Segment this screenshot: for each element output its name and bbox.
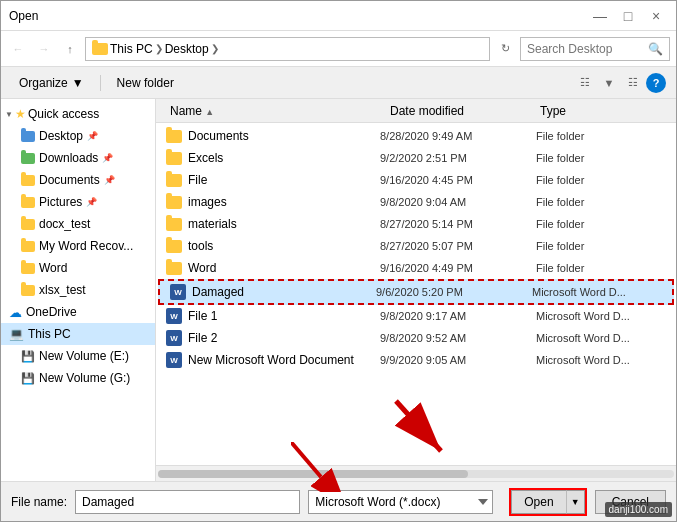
view-dropdown-button[interactable]: ▼ <box>598 72 620 94</box>
sidebar-item-docx-test[interactable]: docx_test <box>1 213 155 235</box>
open-button-group: Open ▼ <box>509 488 586 516</box>
folder-icon <box>166 262 182 275</box>
up-button[interactable]: ↑ <box>59 38 81 60</box>
table-row[interactable]: W New Microsoft Word Document 9/9/2020 9… <box>156 349 676 371</box>
forward-button[interactable]: → <box>33 38 55 60</box>
table-row[interactable]: Documents 8/28/2020 9:49 AM File folder <box>156 125 676 147</box>
xlsx-icon <box>21 285 35 296</box>
open-dialog: Open — □ × ← → ↑ This PC ❯ Desktop ❯ ↻ 🔍 <box>0 0 677 522</box>
sidebar-item-volume-e[interactable]: 💾 New Volume (E:) <box>1 345 155 367</box>
organize-button[interactable]: Organize ▼ <box>11 72 92 94</box>
view-options: ☷ ▼ ☷ ? <box>574 72 666 94</box>
watermark: danji100.com <box>605 502 672 517</box>
search-icon: 🔍 <box>648 42 663 56</box>
folder-icon <box>166 240 182 253</box>
word-doc-icon: W <box>170 284 186 300</box>
pin-icon-3: 📌 <box>104 175 115 185</box>
sidebar-item-thispc[interactable]: 💻 This PC <box>1 323 155 345</box>
onedrive-icon: ☁ <box>9 305 22 320</box>
address-path[interactable]: This PC ❯ Desktop ❯ <box>85 37 490 61</box>
my-word-icon <box>21 241 35 252</box>
table-row[interactable]: tools 8/27/2020 5:07 PM File folder <box>156 235 676 257</box>
quick-access-icon: ★ <box>15 107 26 121</box>
table-row[interactable]: File 9/16/2020 4:45 PM File folder <box>156 169 676 191</box>
drive-g-icon: 💾 <box>21 372 35 385</box>
sidebar-item-pictures[interactable]: Pictures 📌 <box>1 191 155 213</box>
search-box[interactable]: 🔍 <box>520 37 670 61</box>
dialog-title: Open <box>9 9 38 23</box>
pin-icon-2: 📌 <box>102 153 113 163</box>
horizontal-scrollbar[interactable] <box>156 465 676 481</box>
downloads-icon <box>21 153 35 164</box>
table-row[interactable]: Excels 9/2/2020 2:51 PM File folder <box>156 147 676 169</box>
word-doc-icon: W <box>166 352 182 368</box>
desktop-segment: Desktop ❯ <box>165 42 219 56</box>
main-content: ▼ ★ Quick access Desktop 📌 Downloads 📌 D… <box>1 99 676 481</box>
sidebar-item-onedrive[interactable]: ☁ OneDrive <box>1 301 155 323</box>
desktop-icon <box>21 131 35 142</box>
folder-icon <box>166 152 182 165</box>
sidebar-item-documents[interactable]: Documents 📌 <box>1 169 155 191</box>
thispc-segment: This PC ❯ <box>110 42 163 56</box>
search-input[interactable] <box>527 42 644 56</box>
folder-icon <box>166 196 182 209</box>
scrollbar-thumb[interactable] <box>158 470 468 478</box>
word-doc-icon: W <box>166 330 182 346</box>
folder-icon <box>166 218 182 231</box>
back-button[interactable]: ← <box>7 38 29 60</box>
word-folder-icon <box>21 263 35 274</box>
word-doc-icon: W <box>166 308 182 324</box>
refresh-button[interactable]: ↻ <box>494 38 516 60</box>
help-button[interactable]: ? <box>646 73 666 93</box>
bottom-bar: File name: Microsoft Word (*.docx) Open … <box>1 481 676 521</box>
col-name-header[interactable]: Name ▲ <box>166 104 386 118</box>
window-controls: — □ × <box>588 6 668 26</box>
minimize-button[interactable]: — <box>588 6 612 26</box>
filename-input[interactable] <box>75 490 300 514</box>
pin-icon-4: 📌 <box>86 197 97 207</box>
folder-icon <box>166 130 182 143</box>
sidebar-item-volume-g[interactable]: 💾 New Volume (G:) <box>1 367 155 389</box>
documents-icon <box>21 175 35 186</box>
table-row[interactable]: Word 9/16/2020 4:49 PM File folder <box>156 257 676 279</box>
open-button[interactable]: Open <box>511 490 566 514</box>
table-row[interactable]: W File 2 9/8/2020 9:52 AM Microsoft Word… <box>156 327 676 349</box>
table-row[interactable]: materials 8/27/2020 5:14 PM File folder <box>156 213 676 235</box>
close-button[interactable]: × <box>644 6 668 26</box>
pictures-icon <box>21 197 35 208</box>
damaged-file-row[interactable]: W Damaged 9/6/2020 5:20 PM Microsoft Wor… <box>160 281 672 303</box>
view-toggle-button[interactable]: ☷ <box>574 72 596 94</box>
address-bar: ← → ↑ This PC ❯ Desktop ❯ ↻ 🔍 <box>1 31 676 67</box>
table-row[interactable]: W File 1 9/8/2020 9:17 AM Microsoft Word… <box>156 305 676 327</box>
sidebar-item-word[interactable]: Word <box>1 257 155 279</box>
quick-access-arrow: ▼ <box>5 110 13 119</box>
sidebar-item-desktop[interactable]: Desktop 📌 <box>1 125 155 147</box>
open-dropdown-button[interactable]: ▼ <box>567 490 585 514</box>
col-date-header[interactable]: Date modified <box>386 104 536 118</box>
toolbar: Organize ▼ New folder ☷ ▼ ☷ ? <box>1 67 676 99</box>
thispc-icon: 💻 <box>9 327 24 341</box>
pin-icon: 📌 <box>87 131 98 141</box>
file-area: Name ▲ Date modified Type Documents 8/28… <box>156 99 676 481</box>
maximize-button[interactable]: □ <box>616 6 640 26</box>
col-type-header[interactable]: Type <box>536 104 666 118</box>
sidebar-item-xlsx[interactable]: xlsx_test <box>1 279 155 301</box>
organize-dropdown-icon: ▼ <box>72 76 84 90</box>
file-list: Documents 8/28/2020 9:49 AM File folder … <box>156 123 676 465</box>
folder-icon <box>166 174 182 187</box>
thispc-path-icon <box>92 43 108 55</box>
sidebar-item-my-word[interactable]: My Word Recov... <box>1 235 155 257</box>
filetype-select[interactable]: Microsoft Word (*.docx) <box>308 490 493 514</box>
toolbar-separator <box>100 75 101 91</box>
sidebar-quick-access[interactable]: ▼ ★ Quick access <box>1 103 155 125</box>
table-row[interactable]: images 9/8/2020 9:04 AM File folder <box>156 191 676 213</box>
title-bar: Open — □ × <box>1 1 676 31</box>
sidebar: ▼ ★ Quick access Desktop 📌 Downloads 📌 D… <box>1 99 156 481</box>
sidebar-item-downloads[interactable]: Downloads 📌 <box>1 147 155 169</box>
drive-e-icon: 💾 <box>21 350 35 363</box>
scrollbar-track[interactable] <box>158 470 674 478</box>
new-folder-button[interactable]: New folder <box>109 72 182 94</box>
column-headers: Name ▲ Date modified Type <box>156 99 676 123</box>
docx-test-icon <box>21 219 35 230</box>
columns-button[interactable]: ☷ <box>622 72 644 94</box>
